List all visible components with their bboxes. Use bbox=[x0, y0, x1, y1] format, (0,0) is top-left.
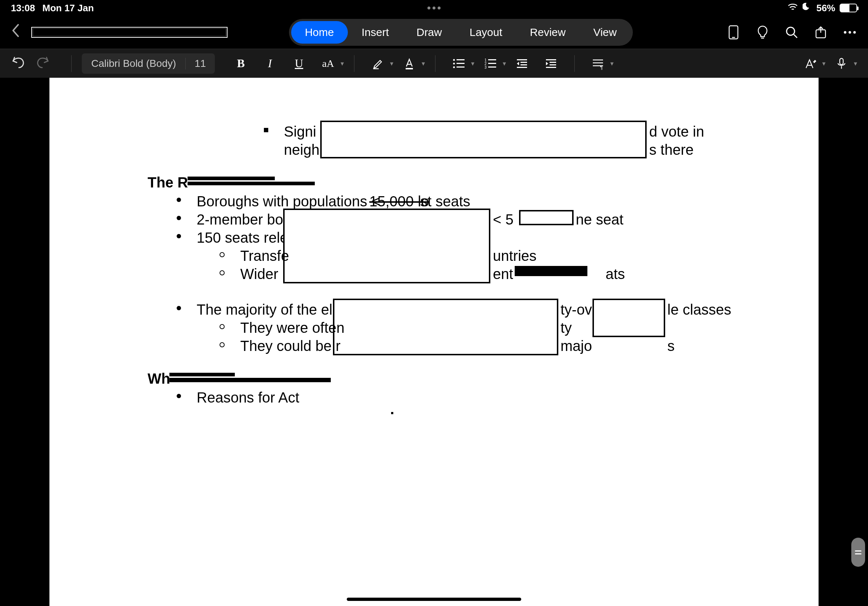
redaction-bar bbox=[169, 378, 331, 382]
doc-text[interactable]: le classes bbox=[667, 299, 731, 320]
font-name: Calibri Bold (Body) bbox=[82, 58, 185, 70]
font-selector[interactable]: Calibri Bold (Body) 11 bbox=[82, 53, 215, 74]
tab-review[interactable]: Review bbox=[516, 21, 580, 43]
redaction-box bbox=[333, 298, 558, 355]
doc-text[interactable]: The majority of the elec bbox=[197, 299, 348, 320]
square-bullet bbox=[264, 128, 268, 132]
main-toolbar: Home Insert Draw Layout Review View bbox=[0, 16, 868, 49]
svg-rect-15 bbox=[457, 63, 465, 64]
decrease-indent-button[interactable] bbox=[511, 53, 533, 74]
font-size: 11 bbox=[185, 58, 214, 70]
bullet bbox=[177, 306, 181, 310]
chevron-down-icon: ▾ bbox=[822, 60, 826, 68]
chevron-down-icon: ▾ bbox=[854, 60, 857, 68]
svg-line-4 bbox=[794, 34, 797, 38]
search-icon[interactable] bbox=[784, 25, 799, 40]
more-icon[interactable] bbox=[843, 25, 857, 40]
svg-rect-17 bbox=[457, 66, 465, 68]
document-page[interactable]: Signi d vote in neigh s there The R Boro… bbox=[50, 78, 818, 606]
doc-text[interactable]: majo bbox=[561, 336, 592, 356]
font-color-button[interactable] bbox=[398, 53, 420, 74]
redaction-box bbox=[320, 121, 646, 158]
mobile-view-icon[interactable] bbox=[726, 25, 741, 40]
styles-button[interactable] bbox=[799, 53, 821, 74]
redaction-bar bbox=[188, 182, 315, 185]
bold-button[interactable]: B bbox=[230, 53, 252, 74]
format-bar: Calibri Bold (Body) 11 B I U aA ▾ ▾ ▾ bbox=[0, 49, 868, 78]
share-icon[interactable] bbox=[814, 25, 828, 40]
doc-text[interactable]: Signi bbox=[284, 121, 316, 142]
doc-text[interactable]: s bbox=[667, 336, 674, 356]
doc-heading[interactable]: Wh bbox=[147, 368, 170, 389]
numbered-list-button[interactable]: 1 2 3 bbox=[479, 53, 501, 74]
dictate-button[interactable] bbox=[831, 53, 852, 74]
redaction-box bbox=[592, 298, 665, 337]
sub-bullet bbox=[220, 252, 225, 257]
redaction-bar bbox=[515, 266, 587, 276]
redaction-box bbox=[283, 209, 490, 283]
svg-point-16 bbox=[453, 66, 455, 68]
doc-text[interactable]: 2-member bor bbox=[197, 209, 288, 230]
bullets-button[interactable] bbox=[448, 53, 470, 74]
svg-point-8 bbox=[853, 31, 856, 34]
document-canvas[interactable]: Signi d vote in neigh s there The R Boro… bbox=[0, 78, 868, 606]
sub-bullet bbox=[220, 324, 225, 329]
doc-text[interactable]: Reasons for Act bbox=[197, 387, 299, 408]
svg-point-7 bbox=[848, 31, 851, 34]
bullet bbox=[177, 198, 181, 202]
tab-home[interactable]: Home bbox=[291, 21, 348, 43]
svg-rect-28 bbox=[546, 59, 556, 60]
svg-point-14 bbox=[453, 62, 455, 64]
document-title-field[interactable] bbox=[31, 27, 228, 38]
status-bar: 13:08 Mon 17 Jan 56% bbox=[0, 0, 868, 16]
italic-button[interactable]: I bbox=[259, 53, 281, 74]
doc-text[interactable]: < 5 bbox=[493, 209, 514, 230]
scroll-handle[interactable] bbox=[851, 538, 865, 567]
doc-text[interactable]: d vote in bbox=[649, 121, 704, 142]
highlight-button[interactable] bbox=[367, 53, 389, 74]
undo-button[interactable] bbox=[11, 54, 25, 72]
redaction-bar bbox=[169, 373, 235, 376]
back-button[interactable] bbox=[11, 23, 21, 42]
svg-rect-11 bbox=[406, 68, 413, 70]
doc-heading[interactable]: The R bbox=[147, 172, 188, 193]
doc-text[interactable]: untries bbox=[493, 246, 536, 266]
paragraph-button[interactable]: ¶ bbox=[587, 53, 609, 74]
home-indicator[interactable] bbox=[347, 598, 521, 601]
tab-insert[interactable]: Insert bbox=[348, 21, 403, 43]
ribbon-tabs: Home Insert Draw Layout Review View bbox=[289, 19, 633, 46]
svg-rect-23 bbox=[488, 66, 496, 68]
doc-text[interactable]: Transfe bbox=[240, 246, 289, 266]
underline-button[interactable]: U bbox=[288, 53, 310, 74]
doc-text[interactable]: 150 seats relea bbox=[197, 227, 296, 248]
svg-text:3: 3 bbox=[485, 65, 487, 70]
doc-text[interactable]: neigh bbox=[284, 139, 319, 160]
doc-text[interactable]: s there bbox=[649, 139, 693, 160]
doc-text[interactable]: ty-ov bbox=[561, 299, 592, 320]
battery-percent: 56% bbox=[816, 3, 835, 14]
doc-text[interactable]: Wider bbox=[240, 264, 278, 284]
doc-text[interactable]: They could be r bbox=[240, 336, 341, 356]
doc-text[interactable]: ats bbox=[606, 264, 625, 284]
hint-icon[interactable] bbox=[755, 25, 770, 40]
doc-text[interactable]: They were often bbox=[240, 317, 344, 338]
multitask-dots[interactable] bbox=[428, 6, 440, 9]
wifi-icon bbox=[787, 3, 798, 14]
doc-text[interactable]: ne seat bbox=[576, 209, 623, 230]
redo-button[interactable] bbox=[36, 54, 50, 72]
tab-layout[interactable]: Layout bbox=[456, 21, 516, 43]
svg-rect-30 bbox=[550, 64, 556, 65]
text-case-button[interactable]: aA bbox=[317, 53, 339, 74]
svg-rect-31 bbox=[546, 67, 556, 68]
svg-rect-27 bbox=[517, 67, 527, 68]
tab-draw[interactable]: Draw bbox=[403, 21, 456, 43]
bullet bbox=[177, 216, 181, 220]
increase-indent-button[interactable] bbox=[540, 53, 562, 74]
battery-icon bbox=[840, 4, 857, 12]
doc-text[interactable]: ent bbox=[493, 264, 513, 284]
tab-view[interactable]: View bbox=[580, 21, 630, 43]
sub-bullet bbox=[220, 342, 225, 347]
doc-text[interactable]: ty bbox=[561, 317, 572, 338]
bullet bbox=[177, 394, 181, 398]
chevron-down-icon: ▾ bbox=[390, 60, 393, 68]
